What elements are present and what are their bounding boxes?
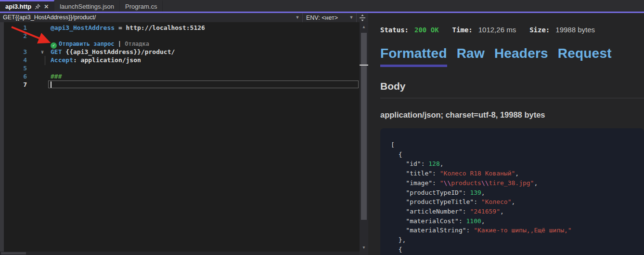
tab-program-cs[interactable]: Program.cs: [120, 0, 163, 12]
fold-chevron-icon[interactable]: ∨: [41, 48, 44, 56]
tab-label: api3.http: [5, 3, 31, 10]
response-status-row: Status: 200 OK Time: 1012,26 ms Size: 19…: [380, 26, 608, 34]
response-json-body: [ { "id": 128, "title": "Колесо R18 Кова…: [380, 128, 644, 254]
editor-line-1[interactable]: 1@api3_HostAddress = http://localhost:51…: [0, 24, 360, 32]
json-line: "materialCost": 1100,: [391, 216, 644, 226]
body-divider: [380, 98, 644, 98]
json-line: "materialString": "Какие-то шипы,,Ещё ши…: [391, 226, 644, 235]
codelens-row: ✓Отправить запрос | Отладка: [0, 40, 360, 48]
response-tab-headers[interactable]: Headers: [494, 46, 548, 67]
url-dropdown-arrow-icon[interactable]: ▼: [293, 13, 302, 22]
json-line: "productTypeID": 139,: [391, 188, 644, 198]
tab-label: Program.cs: [125, 3, 157, 10]
split-icon: [359, 14, 366, 21]
json-line: "articleNumber": "241659",: [391, 207, 644, 216]
scroll-down-arrow-icon[interactable]: ▼: [360, 245, 368, 251]
content-type-line: application/json; charset=utf-8, 19988 b…: [380, 110, 545, 120]
time-label: Time:: [452, 26, 473, 34]
close-icon[interactable]: ✕: [44, 4, 49, 10]
editor-line-7[interactable]: 7: [0, 81, 360, 89]
status-value: 200 OK: [414, 26, 439, 34]
json-line: },: [391, 235, 644, 245]
cursor-position-marker: [360, 65, 368, 66]
split-view-button[interactable]: [356, 13, 368, 22]
editor-line-4[interactable]: 4Accept: application/json: [0, 56, 360, 64]
editor-line-2[interactable]: 2: [0, 32, 360, 40]
json-line: {: [391, 245, 644, 255]
json-line: "image": "\\products\\tire_38.jpg",: [391, 178, 644, 188]
vs-window: api3.http ✕ launchSettings.json Program.…: [0, 0, 644, 255]
current-line-border: [48, 81, 359, 88]
vertical-scroll-thumb[interactable]: [361, 33, 367, 220]
tab-api3-http[interactable]: api3.http ✕: [0, 0, 54, 12]
response-pane: Status: 200 OK Time: 1012,26 ms Size: 19…: [368, 13, 644, 255]
line-number: 6: [0, 72, 29, 81]
size-value: 19988 bytes: [555, 26, 595, 34]
env-dropdown-arrow-icon[interactable]: ▼: [347, 13, 356, 22]
editor-line-5[interactable]: 5: [0, 64, 360, 72]
editor-line-3[interactable]: 3∨GET {{api3_HostAddress}}/product/: [0, 48, 360, 56]
editor-line-6[interactable]: 6###: [0, 72, 360, 81]
scroll-up-arrow-icon[interactable]: ▲: [360, 24, 368, 30]
http-file-editor[interactable]: 1@api3_HostAddress = http://localhost:51…: [0, 22, 368, 255]
status-label: Status:: [380, 26, 409, 34]
document-tabstrip: api3.http ✕ launchSettings.json Program.…: [0, 0, 644, 13]
send-request-link[interactable]: Отправить запрос: [59, 40, 115, 47]
line-number: 2: [0, 32, 29, 40]
editor-vertical-scrollbar[interactable]: ▲ ▼: [360, 22, 368, 255]
environment-label: ENV: <нет>: [306, 14, 338, 21]
line-number: 7: [0, 81, 29, 89]
request-url-bar: GET{{api3_HostAddress}}/product/ ▼ ENV: …: [0, 13, 368, 22]
debug-link[interactable]: Отладка: [125, 40, 149, 47]
size-label: Size:: [529, 26, 550, 34]
request-url-input[interactable]: GET{{api3_HostAddress}}/product/: [0, 13, 293, 22]
response-view-tabs: FormattedRawHeadersRequest: [380, 46, 612, 67]
tab-label: launchSettings.json: [60, 3, 114, 10]
response-tab-formatted[interactable]: Formatted: [380, 46, 447, 67]
line-number: 3: [0, 48, 29, 56]
response-json-panel[interactable]: [ { "id": 128, "title": "Колесо R18 Кова…: [380, 128, 644, 255]
editor-lines: 1@api3_HostAddress = http://localhost:51…: [0, 24, 360, 89]
line-number: 4: [0, 56, 29, 64]
json-line: {: [391, 150, 644, 160]
json-line: [: [391, 140, 644, 150]
editor-horizontal-scrollbar[interactable]: [0, 252, 360, 255]
tab-launchsettings-json[interactable]: launchSettings.json: [54, 0, 120, 12]
line-number: 1: [0, 24, 29, 32]
line-number: 5: [0, 64, 29, 72]
body-heading: Body: [380, 81, 406, 92]
json-line: "title": "Колесо R18 Кованый",: [391, 169, 644, 178]
time-value: 1012,26 ms: [478, 26, 516, 34]
environment-combo[interactable]: ENV: <нет> ▼: [302, 13, 356, 22]
response-tab-raw[interactable]: Raw: [457, 46, 485, 67]
response-tab-request[interactable]: Request: [558, 46, 612, 67]
pin-icon[interactable]: [35, 4, 40, 10]
json-line: "productTypeTitle": "Колесо",: [391, 197, 644, 207]
horizontal-scroll-thumb[interactable]: [1, 252, 26, 255]
text-cursor: [51, 81, 52, 88]
json-line: "id": 128,: [391, 159, 644, 169]
